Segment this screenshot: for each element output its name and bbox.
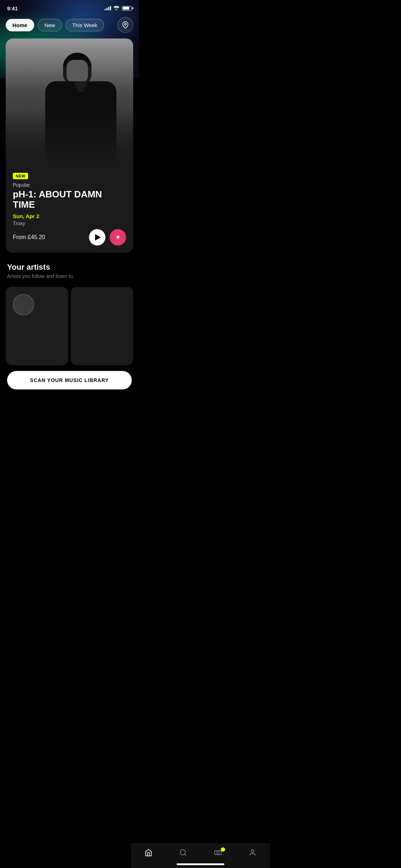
- nav-new[interactable]: New: [38, 19, 62, 31]
- battery-icon: [122, 6, 132, 11]
- artists-section-subtitle: Artists you follow and listen to.: [7, 273, 132, 279]
- scan-btn-container: SCAN YOUR MUSIC LIBRARY: [0, 365, 139, 398]
- location-button[interactable]: [118, 17, 133, 33]
- play-icon: [95, 234, 101, 241]
- status-icons: [105, 5, 132, 11]
- artists-section-header: Your artists Artists you follow and list…: [0, 253, 139, 281]
- scan-music-library-button[interactable]: SCAN YOUR MUSIC LIBRARY: [7, 371, 132, 389]
- status-time: 9:41: [7, 5, 18, 11]
- status-bar: 9:41: [0, 0, 139, 14]
- featured-card: NEW Popular pH-1: ABOUT DAMN TIME Sun, A…: [6, 38, 133, 253]
- card-content: NEW Popular pH-1: ABOUT DAMN TIME Sun, A…: [6, 167, 133, 253]
- play-button[interactable]: [89, 229, 105, 246]
- card-bottom: From £45.20 ♥: [13, 229, 126, 246]
- new-badge: NEW: [13, 173, 28, 179]
- card-category: Popular: [13, 182, 126, 188]
- heart-icon: ♥: [116, 234, 120, 241]
- card-title: pH-1: ABOUT DAMN TIME: [13, 189, 126, 210]
- svg-point-1: [125, 24, 126, 25]
- header-nav: Home New This Week: [0, 14, 139, 38]
- card-date: Sun, Apr 2: [13, 213, 126, 219]
- location-icon: [122, 21, 129, 29]
- svg-point-0: [116, 9, 117, 10]
- like-button[interactable]: ♥: [110, 229, 126, 246]
- artist-avatar-1: [13, 294, 34, 315]
- nav-home[interactable]: Home: [6, 19, 34, 31]
- signal-icon: [105, 6, 111, 10]
- card-price: From £45.20: [13, 234, 45, 241]
- artist-card-2[interactable]: [71, 287, 133, 365]
- artist-card-1[interactable]: [6, 287, 68, 365]
- card-actions: ♥: [89, 229, 126, 246]
- nav-this-week[interactable]: This Week: [66, 19, 104, 31]
- card-venue: Troxy: [13, 221, 126, 226]
- card-image: [6, 38, 133, 167]
- artists-grid: [0, 281, 139, 365]
- wifi-icon: [113, 5, 120, 11]
- artists-section-title: Your artists: [7, 263, 132, 272]
